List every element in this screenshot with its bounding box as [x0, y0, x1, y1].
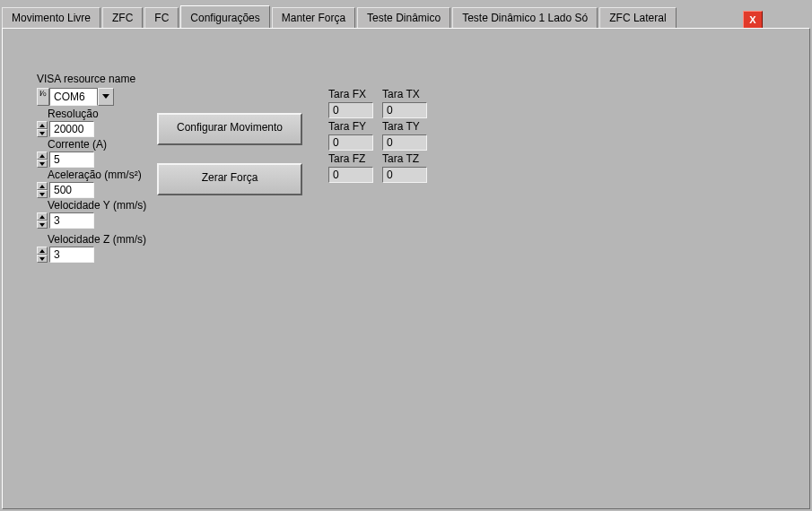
svg-marker-7: [39, 215, 45, 219]
spinner-velocidade-y[interactable]: [37, 212, 48, 229]
button-zerar-forca[interactable]: Zerar Força: [157, 163, 302, 195]
svg-marker-1: [39, 124, 45, 127]
indicator-tara-ty: 0: [382, 134, 427, 151]
spinner-corrente[interactable]: [37, 152, 48, 168]
visa-dropdown-button[interactable]: [98, 88, 114, 106]
button-configurar-movimento[interactable]: Configurar Movimento: [157, 113, 302, 145]
indicator-tara-tx: 0: [382, 102, 427, 118]
svg-marker-0: [102, 94, 109, 99]
close-button[interactable]: X: [743, 11, 763, 29]
tab-strip: Movimento Livre ZFC FC Configurações Man…: [2, 7, 678, 29]
svg-marker-5: [39, 185, 45, 188]
label-aceleracao: Aceleração (mm/s²): [48, 169, 142, 181]
input-velocidade-y[interactable]: [49, 212, 94, 229]
visa-value[interactable]: COM6: [49, 88, 98, 106]
svg-marker-4: [39, 162, 45, 166]
tab-manter-forca[interactable]: Manter Força: [272, 7, 355, 29]
label-resolucao: Resolução: [48, 108, 99, 120]
tab-configuracoes[interactable]: Configurações: [180, 5, 269, 30]
svg-marker-9: [39, 249, 45, 253]
label-visa: VISA resource name: [37, 73, 135, 85]
label-velocidade-y: Velocidade Y (mm/s): [48, 199, 146, 212]
indicator-tara-tz: 0: [382, 167, 427, 183]
visa-resource-control[interactable]: I⁄₀ COM6: [37, 88, 114, 106]
spinner-aceleracao[interactable]: [37, 182, 48, 198]
input-resolucao[interactable]: [49, 121, 94, 137]
spinner-resolucao[interactable]: [37, 121, 48, 137]
indicator-tara-fy: 0: [328, 134, 373, 151]
svg-marker-10: [39, 257, 45, 261]
svg-marker-6: [39, 193, 45, 196]
tab-zfc[interactable]: ZFC: [102, 7, 143, 29]
label-tara-fz: Tara FZ: [328, 152, 365, 165]
label-velocidade-z: Velocidade Z (mm/s): [48, 233, 146, 246]
input-corrente[interactable]: [49, 152, 94, 168]
label-corrente: Corrente (A): [48, 138, 107, 151]
indicator-tara-fz: 0: [328, 167, 373, 183]
input-aceleracao[interactable]: [49, 182, 94, 198]
chevron-down-icon: [102, 94, 109, 100]
tab-fc[interactable]: FC: [144, 7, 179, 29]
tab-zfc-lateral[interactable]: ZFC Lateral: [599, 7, 676, 29]
tab-page-configuracoes: VISA resource name I⁄₀ COM6 Resolução Co…: [2, 28, 810, 509]
label-tara-fx: Tara FX: [328, 88, 366, 100]
label-tara-tx: Tara TX: [382, 88, 420, 100]
visa-io-icon: I⁄₀: [37, 88, 49, 106]
svg-marker-2: [39, 132, 45, 135]
label-tara-fy: Tara FY: [328, 120, 366, 133]
tab-teste-dinamico-1-lado[interactable]: Teste Dinâmico 1 Lado Só: [452, 7, 598, 29]
label-tara-tz: Tara TZ: [382, 152, 419, 165]
spinner-velocidade-z[interactable]: [37, 247, 48, 263]
indicator-tara-fx: 0: [328, 102, 373, 118]
tab-teste-dinamico[interactable]: Teste Dinâmico: [357, 7, 450, 29]
svg-marker-3: [39, 154, 45, 158]
svg-marker-8: [39, 223, 45, 227]
tab-movimento-livre[interactable]: Movimento Livre: [2, 7, 100, 29]
input-velocidade-z[interactable]: [49, 247, 94, 263]
label-tara-ty: Tara TY: [382, 120, 420, 133]
